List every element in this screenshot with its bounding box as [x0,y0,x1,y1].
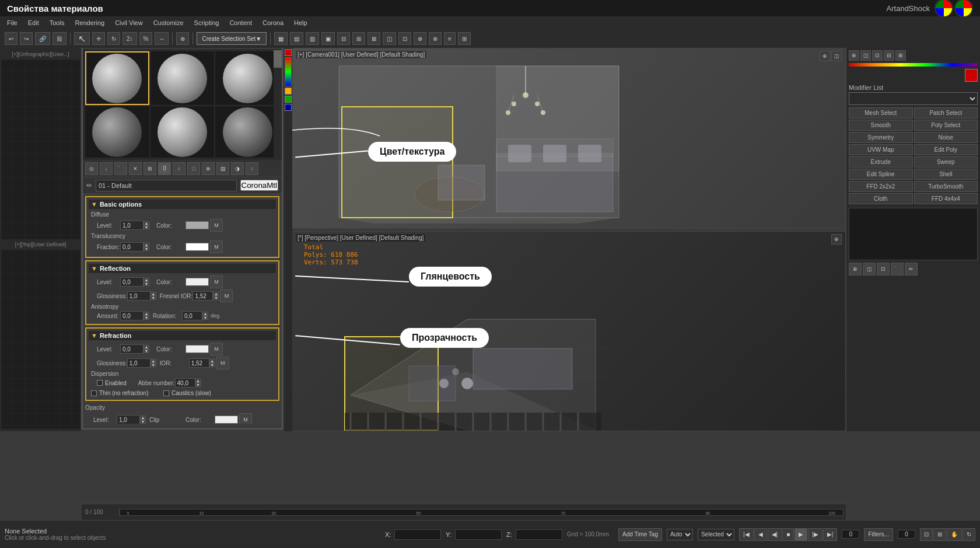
create-selection-set-button[interactable]: Create Selection Set ▼ [197,32,267,45]
transport-play[interactable]: ▶ [794,528,807,541]
opacity-level-input[interactable] [117,415,140,424]
gloss-spinner[interactable]: ▲ ▼ [150,292,156,300]
menu-file[interactable]: File [2,18,22,27]
opacity-color-swatch[interactable] [215,416,238,424]
filters-button[interactable]: Filters... [864,528,893,541]
refr-map-btn[interactable]: M [210,343,223,355]
abbe-spinner[interactable]: ▲ ▼ [195,379,201,387]
sph-btn-num[interactable]: 0 [158,162,171,175]
sph-btn-reset[interactable]: ✕ [129,162,142,175]
menu-civil-view[interactable]: Civil View [110,18,147,27]
menu-rendering[interactable]: Rendering [70,18,109,27]
frame-input[interactable] [842,530,859,539]
fresnel-input[interactable] [192,291,213,301]
add-time-tag-btn[interactable]: Add Time Tag [618,528,662,541]
sph-btn-pick[interactable]: ⊗ [202,162,215,175]
spheres-scrollbar[interactable] [274,49,282,160]
mat-name-input[interactable] [96,180,237,191]
menu-scripting[interactable]: Scripting [190,18,224,27]
tb-group8[interactable]: ◫ [383,32,396,45]
tb-group10[interactable]: ⊕ [414,32,426,45]
menu-corona[interactable]: Corona [258,18,288,27]
menu-edit[interactable]: Edit [23,18,44,27]
z-input[interactable] [516,529,562,540]
refr-level-input[interactable] [120,344,144,354]
refr-level-spinner[interactable]: ▲ ▼ [144,345,149,353]
tb-undo[interactable]: ↩ [5,32,18,45]
ior-spinner[interactable]: ▲ ▼ [209,359,215,367]
frac-spin-down[interactable]: ▼ [144,247,149,251]
gloss-map-btn[interactable]: M [220,289,233,302]
sph-btn-sphere[interactable]: ○ [173,162,186,175]
ior-input[interactable] [189,358,209,368]
rotation-spinner[interactable]: ▲ ▼ [202,312,208,320]
refr-gloss-input[interactable] [127,358,150,368]
mod-noise[interactable]: Noise [914,132,978,143]
mod-edit-spline[interactable]: Edit Spline [849,169,913,180]
sphere-5[interactable] [150,106,215,158]
mod-cloth[interactable]: Cloth [849,193,913,204]
transport-play-back[interactable]: ◀| [768,528,782,541]
tb-move[interactable]: ✛ [92,32,105,45]
selected-dropdown[interactable]: Selected [698,529,734,540]
spin-down[interactable]: ▼ [144,225,149,229]
sph-btn-cube[interactable]: □ [187,162,200,175]
amount-spinner[interactable]: ▲ ▼ [144,312,149,320]
x-input[interactable] [394,529,441,540]
refl-level-input[interactable] [120,277,144,287]
sphere-6[interactable] [215,106,279,158]
menu-tools[interactable]: Tools [45,18,69,27]
translucency-map-btn[interactable]: M [210,240,223,253]
mod-poly-select[interactable]: Poly Select [914,120,978,131]
mod-ffd-2x2[interactable]: FFD 2x2x2 [849,181,913,192]
mat-type-button[interactable]: CoronaMtl [240,180,278,191]
tb-group1[interactable]: ▦ [274,32,288,45]
mod-bottom-icon-5[interactable]: ✏ [905,263,918,275]
fresnel-spinner[interactable]: ▲ ▼ [213,292,219,300]
mod-edit-poly[interactable]: Edit Poly [914,144,978,155]
tb-percent[interactable]: % [139,32,153,45]
tb-group5[interactable]: ⊟ [337,32,350,45]
fraction-spinner[interactable]: ▲ ▼ [144,243,149,251]
refl-map-btn[interactable]: M [210,275,223,288]
mod-icon-5[interactable]: ⊞ [895,50,906,61]
diffuse-level-input[interactable] [120,221,144,230]
sphere-3[interactable] [215,51,279,105]
menu-help[interactable]: Help [289,18,312,27]
mod-bottom-icon-2[interactable]: ◫ [863,263,876,275]
menu-customize[interactable]: Customize [149,18,188,27]
collapse-icon[interactable]: ▼ [91,201,97,208]
timeline-bar[interactable]: 5 10 20 50 70 90 100 [119,509,844,516]
red-swatch[interactable] [965,69,978,82]
sphere-1[interactable] [85,51,149,105]
diffuse-level-spinner[interactable]: ▲ ▼ [144,221,149,229]
refl-collapse-icon[interactable]: ▼ [91,265,97,272]
tb-group2[interactable]: ▤ [290,32,303,45]
transport-play-fwd[interactable]: |▶ [808,528,822,541]
tb-unlink[interactable]: ⛓ [52,32,66,45]
mod-smooth[interactable]: Smooth [849,120,913,131]
tb-group11[interactable]: ⊗ [429,32,442,45]
mod-turbosmooth[interactable]: TurboSmooth [914,181,978,192]
diffuse-map-btn[interactable]: M [210,219,223,232]
tb-group13[interactable]: ⊞ [458,32,471,45]
vp-bottom-btn1[interactable]: ⊕ [831,234,842,245]
mod-icon-2[interactable]: ◫ [860,50,871,61]
mod-shell[interactable]: Shell [914,169,978,180]
auto-dropdown[interactable]: Auto [667,529,693,540]
mod-icon-1[interactable]: ⊕ [849,50,859,61]
refr-collapse-icon[interactable]: ▼ [91,332,97,339]
ortho-viewport[interactable] [1,60,80,239]
tb-link[interactable]: 🔗 [35,32,50,45]
tb-cursor[interactable]: ⊕ [176,32,189,45]
mod-bottom-icon-4[interactable]: ⬛ [891,263,904,275]
sph-btn-scroll-up[interactable]: ↑ [246,162,258,175]
sph-btn-get-material[interactable]: ◎ [85,162,98,175]
top-viewport-small[interactable] [1,250,80,430]
transport-next[interactable]: ▶| [823,528,838,541]
sph-btn-backlight[interactable]: ◑ [231,162,244,175]
mod-patch-select[interactable]: Patch Select [914,107,978,118]
refr-gloss-spinner[interactable]: ▲ ▼ [150,359,156,367]
sphere-2[interactable] [150,51,215,105]
vp-top-btn1[interactable]: ⊕ [820,51,830,61]
